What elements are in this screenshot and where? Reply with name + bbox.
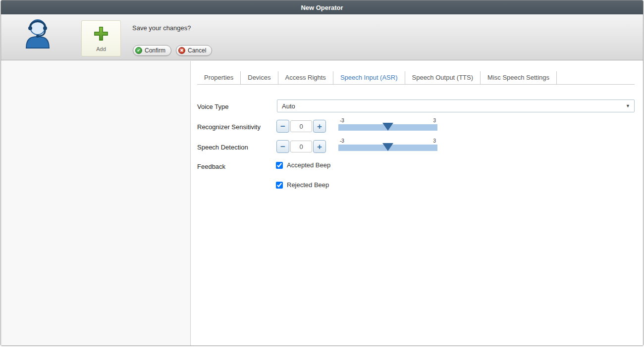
- recognizer-sensitivity-label: Recognizer Sensitivity: [197, 123, 261, 130]
- accepted-beep-label: Accepted Beep: [287, 161, 330, 169]
- tab-speech-output-tts[interactable]: Speech Output (TTS): [405, 71, 481, 84]
- new-operator-window: New Operator: [0, 0, 644, 346]
- operator-avatar-icon: [23, 15, 53, 51]
- tab-devices[interactable]: Devices: [241, 71, 278, 84]
- voice-type-label: Voice Type: [197, 102, 228, 110]
- feedback-label: Feedback: [197, 163, 225, 170]
- speech-detection-value[interactable]: [290, 141, 312, 152]
- tab-speech-input-asr[interactable]: Speech Input (ASR): [333, 71, 405, 84]
- speech-detection-row: Speech Detection − + -3 3: [197, 140, 635, 153]
- left-panel: [1, 61, 191, 346]
- slider-max-label: 3: [433, 118, 436, 123]
- add-button[interactable]: Add: [81, 20, 121, 56]
- save-changes-prompt: Save your changes?: [132, 24, 191, 32]
- slider-min-label: -3: [340, 138, 344, 144]
- voice-type-value: Auto: [277, 102, 626, 110]
- cancel-x-icon: ✖: [178, 47, 185, 54]
- confirm-button[interactable]: ✔ Confirm: [133, 45, 171, 56]
- decrement-button[interactable]: −: [276, 120, 289, 133]
- dropdown-arrow-icon[interactable]: ▼: [626, 103, 634, 108]
- settings-content: Properties Devices Access Rights Speech …: [191, 61, 643, 346]
- slider-thumb[interactable]: [382, 143, 393, 151]
- tab-bar: Properties Devices Access Rights Speech …: [197, 71, 635, 85]
- recognizer-sensitivity-slider[interactable]: -3 3: [338, 118, 437, 132]
- cancel-button[interactable]: ✖ Cancel: [176, 45, 212, 56]
- add-button-label: Add: [96, 46, 106, 52]
- confirm-button-label: Confirm: [145, 47, 165, 54]
- speech-detection-slider[interactable]: -3 3: [338, 138, 437, 152]
- main-area: Properties Devices Access Rights Speech …: [1, 61, 643, 346]
- toolbar: Add Save your changes? ✔ Confirm ✖ Cance…: [1, 14, 643, 60]
- add-plus-icon: [93, 25, 109, 44]
- confirm-check-icon: ✔: [135, 47, 142, 54]
- recognizer-sensitivity-value[interactable]: [290, 120, 312, 132]
- voice-type-row: Voice Type Auto ▼: [197, 99, 635, 113]
- rejected-beep-option[interactable]: Rejected Beep: [276, 181, 329, 189]
- tab-properties[interactable]: Properties: [197, 71, 241, 84]
- accepted-beep-checkbox[interactable]: [276, 162, 283, 169]
- recognizer-sensitivity-row: Recognizer Sensitivity − + -3 3: [197, 120, 635, 133]
- decrement-button[interactable]: −: [276, 140, 289, 153]
- tab-access-rights[interactable]: Access Rights: [278, 71, 333, 84]
- increment-button[interactable]: +: [313, 120, 326, 133]
- speech-detection-stepper: − +: [276, 140, 326, 153]
- tab-misc-speech-settings[interactable]: Misc Speech Settings: [481, 71, 557, 84]
- recognizer-sensitivity-stepper: − +: [276, 120, 326, 133]
- rejected-beep-checkbox[interactable]: [276, 182, 283, 189]
- slider-thumb[interactable]: [382, 123, 393, 131]
- voice-type-select[interactable]: Auto ▼: [277, 99, 635, 112]
- slider-min-label: -3: [340, 118, 344, 123]
- cancel-button-label: Cancel: [188, 47, 206, 54]
- speech-detection-label: Speech Detection: [197, 143, 248, 150]
- slider-max-label: 3: [433, 138, 436, 144]
- window-title: New Operator: [301, 4, 343, 11]
- window-titlebar: New Operator: [1, 0, 643, 14]
- increment-button[interactable]: +: [313, 140, 326, 153]
- accepted-beep-option[interactable]: Accepted Beep: [276, 161, 330, 169]
- confirm-cancel-row: ✔ Confirm ✖ Cancel: [133, 45, 212, 56]
- rejected-beep-label: Rejected Beep: [287, 181, 329, 189]
